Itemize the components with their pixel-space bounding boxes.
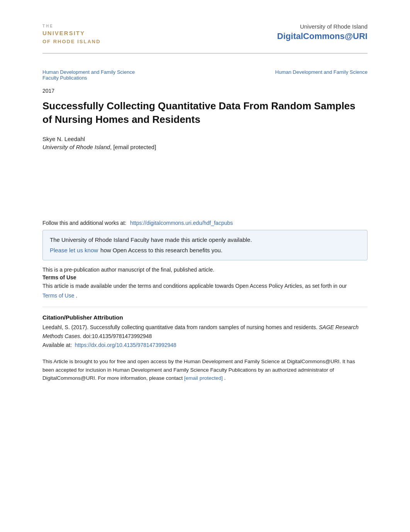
open-access-line2: Please let us know how Open Access to th… [50, 246, 360, 255]
divider [42, 307, 368, 307]
footer-text: This Article is brought to you for free … [42, 357, 368, 382]
header-right: University of Rhode Island DigitalCommon… [277, 23, 368, 41]
open-access-line1: The University of Rhode Island Faculty h… [50, 236, 360, 245]
open-access-box: The University of Rhode Island Faculty h… [42, 230, 368, 260]
footer-text2: . [224, 375, 226, 381]
avail-label: Available at: [42, 342, 72, 348]
affil-italic: University of Rhode Island [42, 144, 110, 150]
page-header: THE UNIVERSITY OF RHODE ISLAND Universit… [42, 23, 368, 54]
terms-body-before: This article is made available under the… [42, 282, 347, 290]
breadcrumb-link-left-line1[interactable]: Human Development and Family Science [42, 69, 135, 75]
breadcrumb-left: Human Development and Family Science Fac… [42, 69, 135, 81]
terms-text: This article is made available under the… [42, 282, 368, 300]
digitalcommons-title[interactable]: DigitalCommons@URI [277, 31, 368, 41]
open-access-suffix: how Open Access to this research benefit… [100, 246, 222, 255]
breadcrumb-link-left-line2[interactable]: Faculty Publications [42, 75, 87, 81]
author-email[interactable]: , [email protected] [110, 144, 156, 150]
university-name: University of Rhode Island [277, 23, 368, 30]
logo-block: THE UNIVERSITY OF RHODE ISLAND [42, 23, 101, 45]
prepub-notice: This is a pre-publication author manuscr… [42, 267, 368, 273]
logo-text: THE UNIVERSITY OF RHODE ISLAND [42, 23, 101, 45]
article-title: Successfully Collecting Quantitative Dat… [42, 99, 368, 126]
please-let-us-know-link[interactable]: Please let us know [50, 246, 98, 255]
follow-url[interactable]: https://digitalcommons.uri.edu/hdf_facpu… [130, 220, 233, 226]
citation-doi: doi:10.4135/9781473992948 [81, 333, 152, 339]
citation-heading: Citation/Publisher Attribution [42, 314, 368, 321]
terms-of-use-link[interactable]: Terms of Use [42, 292, 74, 300]
citation-available: Available at: https://dx.doi.org/10.4135… [42, 342, 368, 348]
author-name: Skye N. Leedahl [42, 136, 368, 142]
follow-row: Follow this and additional works at: htt… [42, 220, 368, 226]
citation-body-before: Leedahl, S. (2017). Successfully collect… [42, 324, 317, 330]
doi-link[interactable]: https://dx.doi.org/10.4135/9781473992948 [75, 342, 176, 348]
breadcrumb-right: Human Development and Family Science [275, 69, 368, 75]
footer-email-link[interactable]: [email protected] [184, 375, 223, 381]
citation-body: Leedahl, S. (2017). Successfully collect… [42, 323, 368, 340]
logo-line1: THE [42, 23, 101, 29]
terms-heading: Terms of Use [42, 274, 368, 280]
breadcrumb-row: Human Development and Family Science Fac… [42, 65, 368, 81]
breadcrumb-link-right[interactable]: Human Development and Family Science [275, 69, 368, 75]
logo-line3: OF RHODE ISLAND [42, 38, 101, 46]
terms-body-after: . [76, 292, 77, 300]
logo-line2: UNIVERSITY [42, 29, 101, 38]
follow-label: Follow this and additional works at: [42, 220, 126, 226]
publication-year: 2017 [42, 88, 368, 94]
author-affiliation: University of Rhode Island, [email prote… [42, 144, 368, 150]
